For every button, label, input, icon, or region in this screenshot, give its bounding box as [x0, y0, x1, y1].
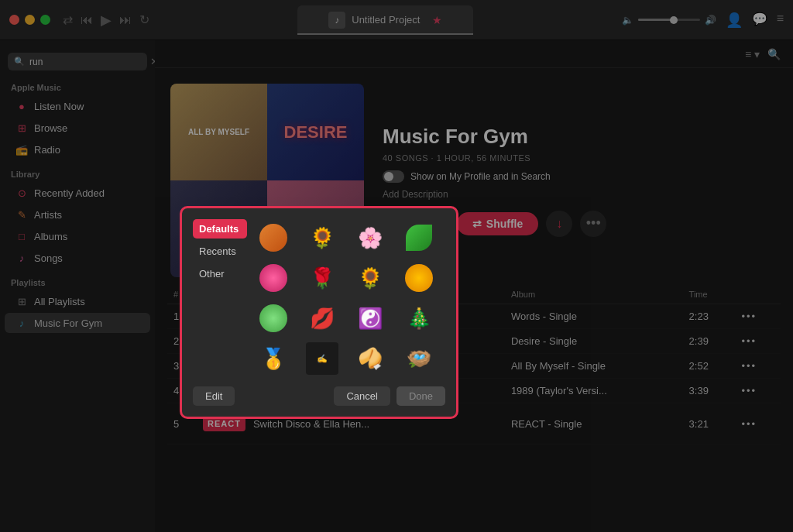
emoji-lips[interactable]: 💋 — [304, 300, 341, 337]
emoji-picker-body: Defaults Recents Other 🌻 🌸 🌹 � — [193, 219, 445, 377]
emoji-cat-other[interactable]: Other — [193, 264, 247, 283]
emoji-cat-defaults[interactable]: Defaults — [193, 219, 247, 239]
emoji-magenta-flower[interactable] — [255, 259, 292, 297]
emoji-cat-recents[interactable]: Recents — [193, 242, 247, 261]
emoji-rose[interactable]: 🌹 — [304, 259, 341, 297]
emoji-picker-dialog: Defaults Recents Other 🌻 🌸 🌹 � — [180, 206, 458, 419]
emoji-grid: 🌻 🌸 🌹 🌻 💋 ☯️ — [255, 219, 445, 377]
emoji-leaf[interactable] — [400, 219, 438, 256]
emoji-categories: Defaults Recents Other — [193, 219, 247, 377]
emoji-pink-flower[interactable]: 🌸 — [352, 219, 389, 256]
emoji-eggs[interactable]: 🪺 — [400, 340, 438, 377]
emoji-fortune-cookie[interactable]: 🥠 — [352, 340, 389, 377]
emoji-sunflower2[interactable]: 🌻 — [352, 259, 389, 297]
emoji-yellow-flower[interactable] — [400, 259, 438, 297]
emoji-orange[interactable] — [255, 219, 292, 256]
emoji-gingerbread[interactable]: 🎄 — [400, 300, 438, 337]
emoji-edit-button[interactable]: Edit — [193, 386, 235, 406]
emoji-done-button[interactable]: Done — [396, 386, 445, 406]
emoji-picker-footer: Edit Cancel Done — [193, 386, 445, 406]
emoji-medal[interactable]: 🥇 — [255, 340, 292, 377]
emoji-picker-overlay: Defaults Recents Other 🌻 🌸 🌹 � — [0, 0, 793, 532]
emoji-sunflower[interactable]: 🌻 — [304, 219, 341, 256]
emoji-cancel-button[interactable]: Cancel — [334, 386, 390, 406]
emoji-yin-yang[interactable]: ☯️ — [352, 300, 389, 337]
emoji-handwriting[interactable]: ✍️ — [304, 340, 341, 377]
emoji-green-swirl[interactable] — [255, 300, 292, 337]
